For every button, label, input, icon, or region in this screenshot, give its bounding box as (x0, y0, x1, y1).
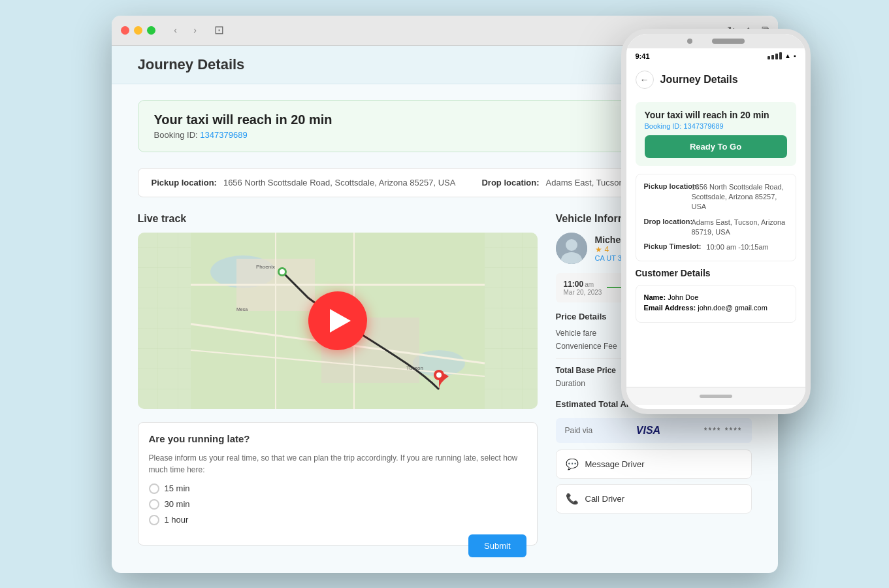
booking-banner-left: Your taxi will reach in 20 min Booking I… (154, 112, 332, 140)
mobile-timeslot-row: Pickup Timeslot: 10:00 am -10:15am (644, 242, 788, 252)
left-column: Live track (138, 213, 538, 557)
booking-headline: Your taxi will reach in 20 min (154, 112, 332, 127)
call-driver-label: Call Driver (585, 494, 625, 504)
phone-icon: 📞 (566, 493, 579, 505)
mobile-name-label: Name: (644, 293, 666, 301)
map-container: Phoenix Mesa Tucson (138, 233, 538, 409)
radio-circle-1hour (149, 515, 159, 525)
submit-button[interactable]: Submit (468, 534, 526, 557)
mobile-pickup-row: Pickup location: 1656 North Scottsdale R… (644, 182, 788, 212)
svg-point-11 (280, 269, 285, 274)
signal-bar-2 (771, 55, 774, 59)
minimize-button[interactable] (134, 26, 142, 35)
message-icon: 💬 (566, 458, 579, 470)
mobile-pickup-value: 1656 North Scottsdale Road, Scottsdale, … (692, 182, 788, 212)
mobile-signal (768, 52, 782, 59)
svg-point-13 (436, 372, 442, 378)
mobile-booking-title: Your taxi will reach in 20 min (645, 110, 787, 120)
departure-time: 11:00 (564, 280, 584, 289)
mobile-nav: ← Journey Details (636, 64, 796, 95)
vehicle-fare-label: Vehicle fare (556, 329, 597, 338)
booking-id-label: Booking ID: (154, 130, 198, 140)
play-button[interactable] (308, 291, 367, 350)
mobile-customer-title: Customer Details (636, 268, 796, 278)
mobile-timeslot-value: 10:00 am -10:15am (706, 242, 768, 252)
mobile-drop-value: Adams East, Tucson, Arizona 85719, USA (692, 218, 788, 238)
mobile-email-value: john.doe@ gmail.com (698, 304, 768, 312)
sidebar-icon: ⊡ (214, 23, 224, 37)
duration-label: Duration (556, 379, 585, 388)
mobile-location-section: Pickup location: 1656 North Scottsdale R… (636, 174, 796, 261)
late-description: Please inform us your real time, so that… (149, 452, 526, 476)
mobile-status-icons: ▲ ▪ (768, 52, 796, 59)
message-driver-button[interactable]: 💬 Message Driver (556, 449, 752, 479)
signal-bar-3 (775, 54, 778, 59)
back-button[interactable]: ‹ (167, 22, 184, 39)
mobile-booking-banner: Your taxi will reach in 20 min Booking I… (636, 102, 796, 166)
radio-label-1hour: 1 hour (165, 515, 189, 525)
signal-bar-4 (779, 52, 782, 59)
wifi-icon: ▲ (784, 52, 791, 59)
avatar-svg (556, 233, 587, 264)
radio-label-15min: 15 min (165, 483, 190, 493)
play-icon (330, 309, 351, 333)
convenience-fee-label: Convenience Fee (556, 342, 617, 351)
late-section-title: Are you running late? (149, 433, 526, 444)
svg-point-18 (566, 239, 577, 251)
visa-logo: VISA (636, 425, 660, 436)
radio-group: 15 min 30 min 1 hour (149, 483, 526, 525)
booking-id: Booking ID: 1347379689 (154, 130, 332, 140)
mobile-device: 9:41 ▲ ▪ ← Journey Details Your (621, 29, 811, 414)
mobile-booking-id: Booking ID: 1347379689 (645, 122, 787, 130)
mobile-nav-title: Journey Details (660, 74, 738, 86)
mobile-speaker (712, 39, 745, 44)
radio-1hour[interactable]: 1 hour (149, 515, 526, 525)
mobile-booking-id-value: 1347379689 (683, 122, 723, 130)
mobile-booking-id-label: Booking ID: (645, 122, 682, 130)
mobile-camera-area (626, 34, 805, 48)
signal-bar-1 (768, 56, 770, 59)
mobile-email-label: Email Address: (644, 304, 696, 312)
star-icon: ★ (595, 245, 602, 254)
live-track-title: Live track (138, 213, 538, 225)
mobile-timeslot-label: Pickup Timeslot: (644, 242, 702, 252)
card-dots: **** **** (704, 426, 743, 435)
total-base-label: Total Base Price (556, 366, 616, 375)
radio-15min[interactable]: 15 min (149, 483, 526, 494)
close-button[interactable] (121, 26, 129, 35)
radio-circle-30min (149, 499, 159, 510)
late-section: Are you running late? Please inform us y… (138, 422, 538, 546)
call-driver-button[interactable]: 📞 Call Driver (556, 484, 752, 514)
mobile-time: 9:41 (636, 52, 650, 60)
pickup-location: Pickup location: 1656 North Scottsdale R… (152, 178, 456, 188)
departure-ampm: am (585, 281, 594, 288)
nav-arrows: ‹ › (167, 22, 204, 39)
mobile-drop-row: Drop location: Adams East, Tucson, Arizo… (644, 218, 788, 238)
mobile-customer-section: Name: John Doe Email Address: john.doe@ … (636, 285, 796, 323)
radio-circle-15min (149, 483, 159, 494)
mobile-home-indicator[interactable] (700, 395, 732, 398)
mobile-camera (687, 39, 692, 44)
forward-button[interactable]: › (187, 22, 204, 39)
svg-text:Mesa: Mesa (236, 307, 248, 312)
traffic-lights (121, 26, 155, 35)
radio-30min[interactable]: 30 min (149, 499, 526, 510)
mobile-content: ← Journey Details Your taxi will reach i… (626, 64, 805, 387)
mobile-email-row: Email Address: john.doe@ gmail.com (644, 304, 788, 312)
mobile-drop-label: Drop location: (644, 218, 687, 238)
driver-avatar-inner (556, 233, 587, 264)
booking-id-value: 1347379689 (200, 130, 247, 140)
mobile-status-bar: 9:41 ▲ ▪ (626, 48, 805, 64)
mobile-ready-button[interactable]: Ready To Go (645, 135, 787, 158)
departure-block: 11:00 am Mar 20, 2023 (564, 280, 602, 296)
pickup-value: 1656 North Scottsdale Road, Scottsdale, … (223, 178, 456, 188)
drop-label: Drop location: (481, 178, 539, 188)
battery-icon: ▪ (794, 52, 796, 59)
mobile-bottom-bar (626, 387, 805, 405)
driver-avatar (556, 233, 587, 264)
mobile-back-button[interactable]: ← (636, 71, 654, 89)
departure-date: Mar 20, 2023 (564, 289, 602, 296)
mobile-name-row: Name: John Doe (644, 293, 788, 301)
mobile-pickup-label: Pickup location: (644, 182, 687, 212)
maximize-button[interactable] (147, 26, 155, 35)
